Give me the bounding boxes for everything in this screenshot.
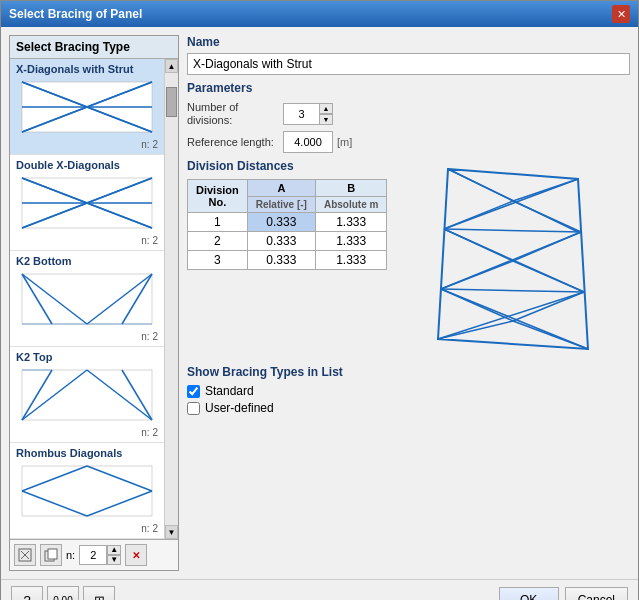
scroll-up[interactable]: ▲ xyxy=(165,59,178,73)
svg-line-50 xyxy=(444,229,513,261)
ref-length-unit: [m] xyxy=(337,136,352,148)
n-label: n: xyxy=(66,549,75,561)
bracing-item-2-n: n: 2 xyxy=(16,235,158,246)
bottom-bar: ? 0.00 ⊞ OK Cancel xyxy=(1,579,638,600)
svg-line-51 xyxy=(513,232,581,261)
bracing-item-5-n: n: 2 xyxy=(16,523,158,534)
user-defined-label: User-defined xyxy=(205,401,274,415)
svg-line-58 xyxy=(438,321,513,339)
params-label: Parameters xyxy=(187,81,630,95)
div-no-3[interactable]: 3 xyxy=(188,251,248,270)
n-spin-down[interactable]: ▼ xyxy=(107,555,121,565)
svg-line-53 xyxy=(513,261,584,292)
n-input[interactable] xyxy=(79,545,107,565)
standard-checkbox-row: Standard xyxy=(187,384,630,398)
decimal-button[interactable]: 0.00 xyxy=(47,586,79,600)
bottom-left-buttons: ? 0.00 ⊞ xyxy=(11,586,115,600)
help-button[interactable]: ? xyxy=(11,586,43,600)
add-button[interactable] xyxy=(14,544,36,566)
ref-length-input-group: [m] xyxy=(283,131,352,153)
div-no-2[interactable]: 2 xyxy=(188,232,248,251)
standard-checkbox[interactable] xyxy=(187,385,200,398)
list-scrollbar[interactable]: ▲ ▼ xyxy=(164,59,178,539)
bracing-item-4-label: K2 Top xyxy=(16,351,158,363)
num-divisions-row: Number of divisions: ▲ ▼ xyxy=(187,101,630,127)
relative-1[interactable]: 0.333 xyxy=(247,213,315,232)
show-bracing-section: Show Bracing Types in List Standard User… xyxy=(187,365,630,415)
bottom-right-buttons: OK Cancel xyxy=(499,587,628,600)
main-window: Select Bracing of Panel ✕ Select Bracing… xyxy=(0,0,639,600)
absolute-1[interactable]: 1.333 xyxy=(315,213,386,232)
bracing-item-2-label: Double X-Diagonals xyxy=(16,159,158,171)
division-table-body: 1 0.333 1.333 2 0.333 1.333 xyxy=(188,213,387,270)
close-button[interactable]: ✕ xyxy=(612,5,630,23)
bracing-item-1[interactable]: X-Diagonals with Strut n: 2 xyxy=(10,59,164,155)
window-title: Select Bracing of Panel xyxy=(9,7,142,21)
table-row[interactable]: 1 0.333 1.333 xyxy=(188,213,387,232)
division-section: Division Distances DivisionNo. A B Rel xyxy=(187,159,630,359)
n-spinner[interactable]: ▲ ▼ xyxy=(79,545,121,565)
left-panel: Select Bracing Type X-Diagonals with Str… xyxy=(9,35,179,571)
bracing-item-1-n: n: 2 xyxy=(16,139,158,150)
divisions-spin-down[interactable]: ▼ xyxy=(319,114,333,125)
name-input[interactable] xyxy=(187,53,630,75)
delete-button[interactable]: ✕ xyxy=(125,544,147,566)
svg-line-45 xyxy=(513,179,578,201)
right-panel: Name Parameters Number of divisions: ▲ ▼ xyxy=(187,35,630,571)
division-table: DivisionNo. A B Relative [-] Absolute m xyxy=(187,179,387,270)
col-a-sub: Relative [-] xyxy=(247,197,315,213)
name-section: Name xyxy=(187,35,630,75)
show-bracing-label: Show Bracing Types in List xyxy=(187,365,630,379)
svg-line-41 xyxy=(441,289,584,292)
relative-3[interactable]: 0.333 xyxy=(247,251,315,270)
copy-button[interactable] xyxy=(40,544,62,566)
svg-line-47 xyxy=(513,201,581,232)
title-bar: Select Bracing of Panel ✕ xyxy=(1,1,638,27)
divisions-spin-up[interactable]: ▲ xyxy=(319,103,333,114)
svg-rect-29 xyxy=(22,466,152,516)
user-defined-checkbox[interactable] xyxy=(187,402,200,415)
ref-length-label: Reference length: xyxy=(187,136,277,149)
bracing-item-4-n: n: 2 xyxy=(16,427,158,438)
table-row[interactable]: 3 0.333 1.333 xyxy=(188,251,387,270)
scroll-down[interactable]: ▼ xyxy=(165,525,178,539)
bracing-list: X-Diagonals with Strut n: 2 xyxy=(10,59,164,539)
num-divisions-input[interactable] xyxy=(283,103,319,125)
num-divisions-label: Number of divisions: xyxy=(187,101,277,127)
bracing-item-5[interactable]: Rhombus Diagonals n: 2 xyxy=(10,443,164,539)
svg-line-56 xyxy=(441,289,513,321)
num-divisions-spinner[interactable]: ▲ ▼ xyxy=(283,103,333,125)
svg-rect-16 xyxy=(22,274,152,324)
bracing-item-3[interactable]: K2 Bottom n: 2 xyxy=(10,251,164,347)
relative-2[interactable]: 0.333 xyxy=(247,232,315,251)
bracing-item-3-n: n: 2 xyxy=(16,331,158,342)
standard-label: Standard xyxy=(205,384,254,398)
ok-button[interactable]: OK xyxy=(499,587,559,600)
ref-length-row: Reference length: [m] xyxy=(187,131,630,153)
user-defined-checkbox-row: User-defined xyxy=(187,401,630,415)
table-row[interactable]: 2 0.333 1.333 xyxy=(188,232,387,251)
bracing-item-4[interactable]: K2 Top n: 2 xyxy=(10,347,164,443)
absolute-2[interactable]: 1.333 xyxy=(315,232,386,251)
div-no-1[interactable]: 1 xyxy=(188,213,248,232)
absolute-3[interactable]: 1.333 xyxy=(315,251,386,270)
col-a-header: A xyxy=(247,180,315,197)
division-label: Division Distances xyxy=(187,159,387,173)
bracing-preview-svg xyxy=(428,159,598,359)
svg-line-55 xyxy=(438,292,584,339)
svg-line-57 xyxy=(513,292,584,321)
bracing-diagram-4 xyxy=(17,365,157,425)
bracing-item-2[interactable]: Double X-Diagonals n: 2 xyxy=(10,155,164,251)
scroll-thumb[interactable] xyxy=(166,87,177,117)
bracing-item-1-label: X-Diagonals with Strut xyxy=(16,63,158,75)
grid-button[interactable]: ⊞ xyxy=(83,586,115,600)
col-b-sub: Absolute m xyxy=(315,197,386,213)
params-section: Parameters Number of divisions: ▲ ▼ Refe… xyxy=(187,81,630,153)
bracing-item-5-label: Rhombus Diagonals xyxy=(16,447,158,459)
cancel-button[interactable]: Cancel xyxy=(565,587,628,600)
n-spin-up[interactable]: ▲ xyxy=(107,545,121,555)
col-b-header: B xyxy=(315,180,386,197)
ref-length-input[interactable] xyxy=(283,131,333,153)
name-section-label: Name xyxy=(187,35,630,49)
main-content: Select Bracing Type X-Diagonals with Str… xyxy=(1,27,638,579)
